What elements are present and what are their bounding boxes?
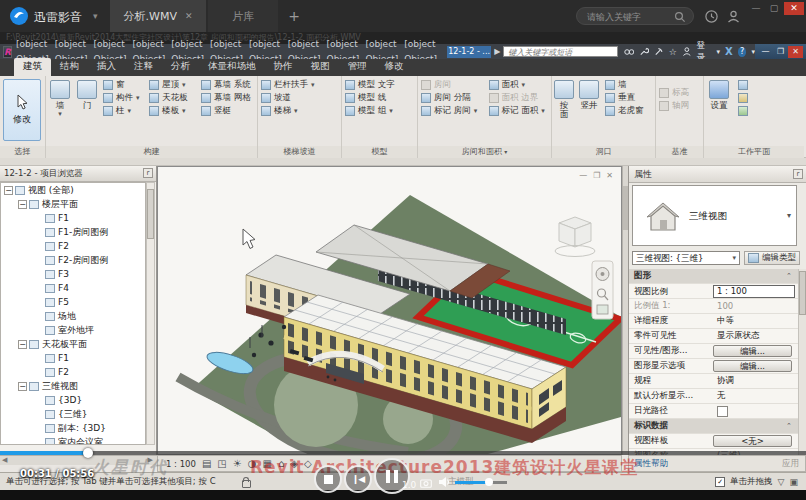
- ribbon-small-button[interactable]: 栏杆扶手 ▾: [258, 78, 341, 91]
- browser-tree-item[interactable]: 天花板平面: [1, 337, 145, 351]
- property-row[interactable]: 图形显示选项 编辑...: [629, 359, 798, 374]
- ribbon-small-button[interactable]: 房间 分隔 ▾: [418, 91, 486, 104]
- tree-expander-icon[interactable]: [34, 242, 43, 251]
- player-tab-video[interactable]: 分析.WMV ✕: [110, 0, 206, 32]
- browser-tree-item[interactable]: 三维视图: [1, 379, 145, 393]
- visual-style-icon[interactable]: ◳: [217, 456, 226, 471]
- ribbon-small-button[interactable]: 坡道 ▾: [258, 91, 341, 104]
- panel-label-opening[interactable]: 洞口: [552, 146, 655, 158]
- tree-expander-icon[interactable]: [34, 284, 43, 293]
- property-row[interactable]: 视图比例 1 : 100: [629, 284, 798, 299]
- browser-tree-item[interactable]: F1: [1, 351, 145, 365]
- dropdown-caret-icon[interactable]: ▾: [182, 107, 186, 115]
- property-row[interactable]: 可见性/图形... 编辑...: [629, 344, 798, 359]
- dropdown-caret-icon[interactable]: ▾: [389, 107, 393, 115]
- browser-tree-item[interactable]: F2: [1, 365, 145, 379]
- scrollbar-thumb[interactable]: [799, 271, 806, 315]
- ribbon-small-button[interactable]: 竖梃 ▾: [198, 104, 256, 117]
- tree-expander-icon[interactable]: [34, 270, 43, 279]
- property-value[interactable]: 中等: [713, 315, 798, 327]
- ribbon-tab[interactable]: 协作: [265, 58, 302, 76]
- tree-expander-icon[interactable]: [34, 312, 43, 321]
- ribbon-small-button[interactable]: 标记 面积 ▾: [486, 104, 552, 117]
- panel-label-build[interactable]: 构建: [46, 146, 257, 158]
- ribbon-small-button[interactable]: 楼梯 ▾: [258, 104, 341, 117]
- property-row[interactable]: 图形: [629, 269, 798, 284]
- drawing-area[interactable]: — ❐ ✕: [157, 166, 622, 455]
- scroll-left-icon[interactable]: ◀: [2, 456, 7, 465]
- ribbon-tab[interactable]: 体量和场地: [199, 58, 265, 76]
- revit-restore-button[interactable]: ❐: [773, 46, 788, 58]
- type-selector-preview[interactable]: 三维视图 ▾: [632, 185, 797, 246]
- tree-expander-icon[interactable]: [4, 186, 13, 195]
- player-tab-library[interactable]: 片库: [208, 0, 278, 32]
- property-value[interactable]: 编辑...: [713, 360, 792, 372]
- tree-expander-icon[interactable]: [34, 256, 43, 265]
- history-clock-icon[interactable]: [704, 9, 719, 24]
- property-value[interactable]: 100: [713, 301, 798, 311]
- tree-expander-icon[interactable]: [34, 438, 43, 446]
- temporary-hide-icon[interactable]: ◇: [304, 456, 312, 471]
- tree-expander-icon[interactable]: [34, 396, 43, 405]
- ribbon-small-button[interactable]: 垂直 ▾: [602, 91, 654, 104]
- scroll-right-icon[interactable]: ▶: [148, 456, 153, 465]
- ribbon-small-button[interactable]: 标高: [656, 86, 703, 99]
- tree-expander-icon[interactable]: [34, 354, 43, 363]
- ribbon-small-button[interactable]: 模型 组 ▾: [342, 104, 417, 117]
- dropdown-caret-icon[interactable]: ▾: [182, 81, 186, 89]
- app-menu-caret-icon[interactable]: ▾: [93, 11, 98, 21]
- stop-button[interactable]: [314, 465, 342, 493]
- tab-close-icon[interactable]: ✕: [185, 11, 193, 21]
- tree-expander-icon[interactable]: [34, 410, 43, 419]
- dropdown-caret-icon[interactable]: ▾: [522, 81, 526, 89]
- browser-tree-item[interactable]: {三维}: [1, 407, 145, 421]
- crop-region-icon[interactable]: ◈: [290, 456, 298, 471]
- scrollbar-thumb[interactable]: [147, 189, 154, 239]
- ribbon-tab[interactable]: 注释: [125, 58, 162, 76]
- property-value[interactable]: <无>: [713, 435, 792, 447]
- ribbon-tab[interactable]: 插入: [88, 58, 125, 76]
- doc-switch-arrow-icon[interactable]: ▶: [494, 47, 500, 56]
- door-button[interactable]: 门: [74, 78, 100, 110]
- dropdown-caret-icon[interactable]: ▾: [541, 107, 545, 115]
- ribbon-tab[interactable]: 管理: [339, 58, 376, 76]
- ribbon-small-button[interactable]: 模型 线 ▾: [342, 91, 417, 104]
- tree-expander-icon[interactable]: [34, 368, 43, 377]
- sun-path-icon[interactable]: ☀: [233, 456, 242, 471]
- property-value[interactable]: 显示原状态: [713, 330, 798, 342]
- subscription-wrench-icon[interactable]: [639, 46, 649, 57]
- ribbon-small-button[interactable]: 老虎窗 ▾: [602, 104, 654, 117]
- type-selector-dropdown[interactable]: 三维视图: {三维}▾: [632, 251, 740, 265]
- user-account-icon[interactable]: [726, 9, 741, 24]
- property-row[interactable]: 比例值 1: 100: [629, 299, 798, 314]
- browser-tree-item[interactable]: 室内会议室: [1, 435, 145, 445]
- ribbon-small-button[interactable]: 房间 ▾: [418, 78, 486, 91]
- ribbon-small-button[interactable]: 面积 边界 ▾: [486, 91, 552, 104]
- show-workplane-icon[interactable]: [738, 80, 748, 90]
- view-close-icon[interactable]: ✕: [606, 171, 613, 180]
- edit-type-button[interactable]: 编辑类型: [744, 251, 800, 265]
- project-browser-title[interactable]: 12-1-2 - 项目浏览器 r: [0, 166, 156, 182]
- tree-expander-icon[interactable]: [34, 424, 43, 433]
- seek-bar[interactable]: [0, 451, 806, 455]
- tree-expander-icon[interactable]: [34, 228, 43, 237]
- connect-icon[interactable]: [654, 46, 664, 57]
- playback-speed[interactable]: 1.0: [402, 480, 416, 490]
- snapshot-icon[interactable]: [420, 478, 432, 488]
- property-value[interactable]: 无: [713, 390, 798, 402]
- property-row[interactable]: 零件可见性 显示原状态: [629, 329, 798, 344]
- viewcube[interactable]: [555, 217, 595, 257]
- property-value[interactable]: 1 : 100: [713, 285, 795, 298]
- workplane-extra-icon[interactable]: [738, 106, 748, 116]
- ribbon-small-button[interactable]: 天花板 ▾: [146, 91, 198, 104]
- browser-tree-item[interactable]: F5: [1, 295, 145, 309]
- crop-view-icon[interactable]: ⌂: [278, 456, 284, 471]
- panel-label-datum[interactable]: 基准: [656, 146, 703, 158]
- sign-in-caret-icon[interactable]: ▾: [716, 48, 720, 56]
- panel-label-room-area[interactable]: 房间和面积 ▾: [418, 146, 551, 158]
- tree-expander-icon[interactable]: [18, 340, 27, 349]
- sign-in-person-icon[interactable]: [682, 46, 692, 57]
- player-minimize-button[interactable]: —: [748, 2, 764, 15]
- browser-tree-item[interactable]: 室外地坪: [1, 323, 145, 337]
- property-value[interactable]: [717, 406, 728, 417]
